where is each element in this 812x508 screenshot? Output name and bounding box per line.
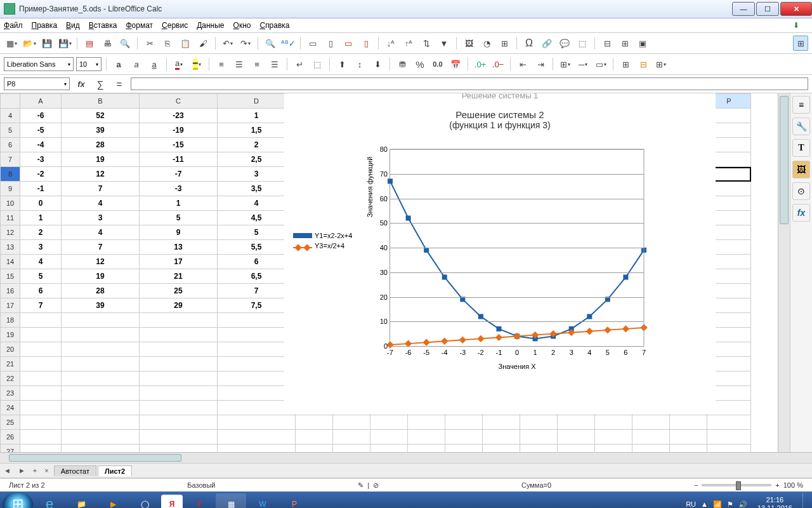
cell[interactable]: 4	[20, 255, 62, 269]
save-button[interactable]: 💾	[39, 36, 55, 51]
taskbar-yandex-icon[interactable]: Я	[161, 495, 183, 508]
inc-decimal-button[interactable]: .0+	[473, 57, 488, 72]
cell[interactable]: 2	[20, 225, 62, 240]
row-header[interactable]: 20	[1, 342, 20, 357]
themes-button[interactable]: ⊞▾	[653, 57, 669, 72]
cell[interactable]	[140, 386, 218, 401]
align-right-button[interactable]: ≡	[249, 57, 265, 72]
cell[interactable]	[218, 415, 296, 430]
cell[interactable]	[670, 444, 707, 453]
properties-icon[interactable]: 🔧	[792, 117, 810, 135]
gallery-icon[interactable]: 🖼	[792, 161, 810, 178]
column-header[interactable]: A	[20, 94, 62, 109]
image-button[interactable]: 🖼	[461, 36, 476, 51]
cell[interactable]: 7	[62, 182, 140, 196]
cell[interactable]: 1	[20, 211, 62, 225]
cell[interactable]	[62, 328, 140, 342]
cell[interactable]: -23	[140, 109, 218, 123]
cell[interactable]: -4	[20, 138, 62, 152]
tray-action-icon[interactable]: ⚑	[727, 500, 733, 509]
cell[interactable]	[520, 415, 558, 430]
cell[interactable]: 3	[20, 240, 62, 255]
cell[interactable]: 5	[140, 211, 218, 225]
freeze-button[interactable]: ⊟	[599, 36, 615, 51]
cell[interactable]: 39	[62, 298, 140, 313]
cell[interactable]: 19	[62, 269, 140, 284]
equals-button[interactable]: =	[112, 76, 127, 91]
font-size-combo[interactable]: 10▾	[76, 57, 102, 71]
cell[interactable]	[520, 444, 558, 453]
pivot-button[interactable]: ⊞	[497, 36, 512, 51]
cell[interactable]	[20, 342, 62, 357]
cell[interactable]	[445, 444, 483, 453]
navigator-icon[interactable]: ⊙	[792, 182, 810, 200]
cell[interactable]	[670, 430, 707, 444]
taskbar-ppt-icon[interactable]: P	[279, 493, 310, 508]
open-button[interactable]: 📂▾	[22, 36, 37, 51]
cell[interactable]	[62, 371, 140, 386]
cell[interactable]: -7	[140, 167, 218, 182]
cell[interactable]	[333, 415, 370, 430]
hyperlink-button[interactable]: 🔗	[539, 36, 554, 51]
cell[interactable]	[62, 415, 140, 430]
cell[interactable]	[483, 415, 520, 430]
cell[interactable]	[595, 430, 632, 444]
cell[interactable]	[520, 430, 558, 444]
cell[interactable]	[370, 415, 408, 430]
redo-button[interactable]: ↷▾	[238, 36, 253, 51]
cell[interactable]: 28	[62, 284, 140, 298]
menu-сервис[interactable]: Сервис	[162, 21, 188, 30]
menu-вид[interactable]: Вид	[66, 21, 80, 30]
row-header[interactable]: 24	[1, 401, 20, 415]
row-header[interactable]: 15	[1, 269, 20, 284]
cell[interactable]	[20, 401, 62, 415]
row-header[interactable]: 17	[1, 298, 20, 313]
tray-flag-icon[interactable]: ▲	[701, 500, 708, 508]
styles-icon[interactable]: T	[792, 139, 810, 157]
column-header[interactable]: C	[140, 94, 218, 109]
cell[interactable]	[408, 444, 445, 453]
number-button[interactable]: 0.0	[430, 57, 445, 72]
sheet-tab-0[interactable]: Автостат	[54, 465, 96, 476]
cell[interactable]	[632, 415, 670, 430]
cell[interactable]	[20, 357, 62, 371]
taskbar-chrome-icon[interactable]: ◯	[129, 493, 160, 508]
cell[interactable]	[140, 313, 218, 328]
valign-top-button[interactable]: ⬆	[334, 57, 350, 72]
cut-button[interactable]: ✂	[142, 36, 157, 51]
cell[interactable]: 28	[62, 138, 140, 152]
align-left-button[interactable]: ≡	[214, 57, 229, 72]
font-color-button[interactable]: a▾	[171, 57, 187, 72]
cell[interactable]	[140, 430, 218, 444]
cell[interactable]	[483, 444, 520, 453]
row-header[interactable]: 13	[1, 240, 20, 255]
cell[interactable]	[20, 313, 62, 328]
cell[interactable]	[408, 430, 445, 444]
cell[interactable]	[296, 444, 333, 453]
cell[interactable]	[445, 415, 483, 430]
cell[interactable]	[483, 430, 520, 444]
row-header[interactable]: 11	[1, 211, 20, 225]
window-button[interactable]: ▣	[635, 36, 650, 51]
row-header[interactable]: 14	[1, 255, 20, 269]
taskbar-calc-icon[interactable]: ▦	[216, 493, 246, 508]
delcol-button[interactable]: ▯	[358, 36, 374, 51]
align-center-button[interactable]: ☰	[232, 57, 247, 72]
cell[interactable]	[62, 357, 140, 371]
vertical-scrollbar[interactable]	[778, 93, 790, 452]
update-icon[interactable]: ⬇	[793, 21, 799, 30]
currency-button[interactable]: ⛃	[395, 57, 410, 72]
cell[interactable]	[333, 430, 370, 444]
minimize-button[interactable]: —	[732, 2, 755, 16]
cell[interactable]: 7	[20, 298, 62, 313]
row-header[interactable]: 4	[1, 109, 20, 123]
cell[interactable]	[140, 401, 218, 415]
name-box[interactable]: P8▾	[4, 77, 70, 90]
row-header[interactable]: 26	[1, 430, 20, 444]
comment-button[interactable]: 💬	[557, 36, 572, 51]
formula-input[interactable]	[131, 77, 808, 90]
cell[interactable]	[558, 415, 595, 430]
cell[interactable]: 3	[62, 211, 140, 225]
row-header[interactable]: 27	[1, 444, 20, 453]
horizontal-scrollbar[interactable]	[0, 452, 812, 463]
